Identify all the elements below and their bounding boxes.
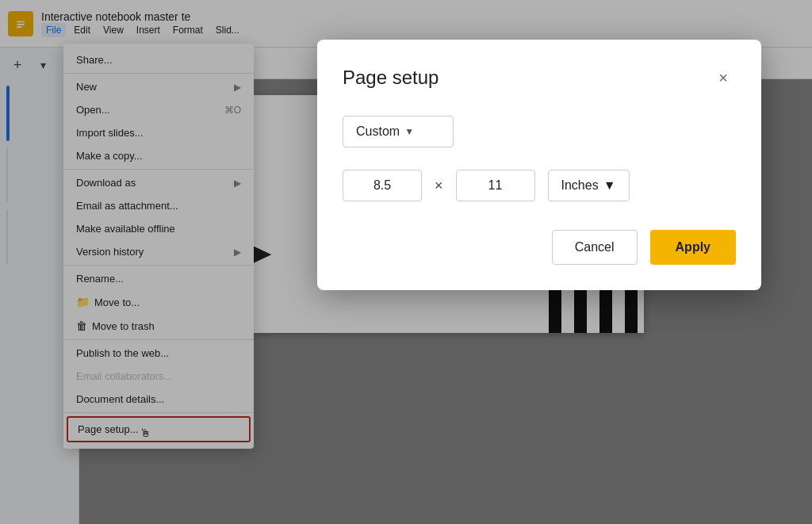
height-input[interactable] <box>456 170 535 201</box>
cancel-button[interactable]: Cancel <box>552 230 638 265</box>
unit-select[interactable]: Inches ▼ <box>548 170 630 201</box>
preset-row: Custom ▼ <box>343 116 736 147</box>
dialog-actions: Cancel Apply <box>343 230 736 265</box>
dialog-close-button[interactable]: × <box>710 65 736 90</box>
dimensions-row: × Inches ▼ <box>343 170 736 201</box>
page-setup-dialog: Page setup × Custom ▼ × Inches ▼ Cancel … <box>317 40 761 290</box>
width-input[interactable] <box>343 170 422 201</box>
preset-label: Custom <box>356 124 400 139</box>
preset-select[interactable]: Custom ▼ <box>343 116 454 147</box>
preset-arrow-icon: ▼ <box>404 126 414 137</box>
dialog-header: Page setup × <box>343 65 736 90</box>
unit-label: Inches <box>561 178 599 193</box>
unit-arrow-icon: ▼ <box>603 178 616 193</box>
apply-button[interactable]: Apply <box>650 230 736 265</box>
x-separator: × <box>435 178 443 194</box>
dialog-title: Page setup <box>343 67 439 89</box>
dialog-body: Custom ▼ × Inches ▼ Cancel Apply <box>343 116 736 265</box>
